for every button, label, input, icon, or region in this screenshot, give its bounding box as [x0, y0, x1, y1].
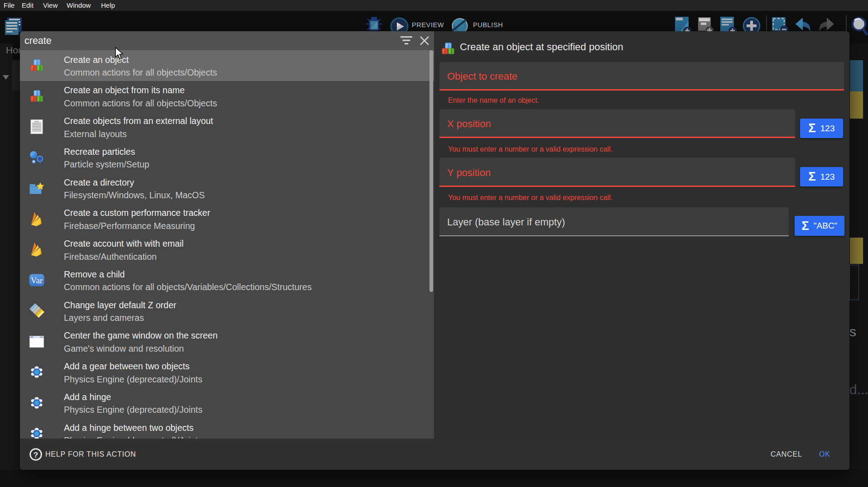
- svg-text:?: ?: [34, 451, 38, 459]
- svg-text:Var: Var: [31, 276, 43, 285]
